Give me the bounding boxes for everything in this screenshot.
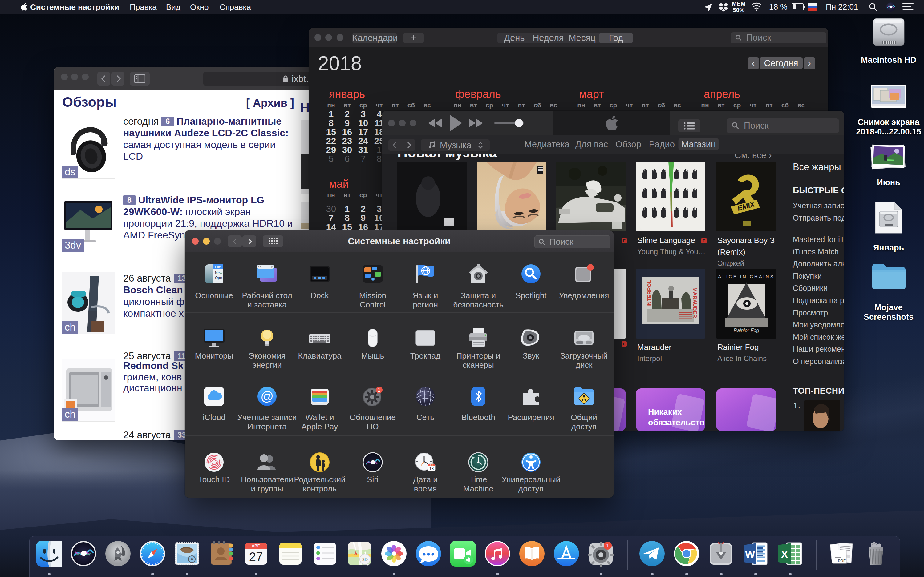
svg-text:New: New: [215, 271, 222, 275]
svg-text:18: 18: [429, 466, 433, 471]
svg-text:JUL: JUL: [430, 464, 433, 466]
svg-text:X: X: [781, 548, 788, 560]
svg-text:АВГ.: АВГ.: [252, 543, 260, 548]
svg-text:File: File: [215, 265, 221, 269]
svg-text:Ope: Ope: [215, 276, 222, 280]
svg-text:3D: 3D: [362, 557, 368, 562]
svg-text:PDF: PDF: [838, 559, 846, 563]
svg-text:W: W: [745, 548, 755, 560]
svg-text:ALICE IN CHAINS: ALICE IN CHAINS: [718, 274, 774, 279]
svg-text:1: 1: [378, 387, 380, 393]
svg-text:Rainier Fog: Rainier Fog: [733, 328, 759, 333]
svg-text:MARAUDER: MARAUDER: [692, 287, 698, 318]
svg-text:1: 1: [606, 543, 609, 549]
svg-text:INTERPOL: INTERPOL: [646, 280, 653, 306]
svg-text:27: 27: [249, 550, 263, 564]
svg-text:@: @: [260, 389, 273, 403]
